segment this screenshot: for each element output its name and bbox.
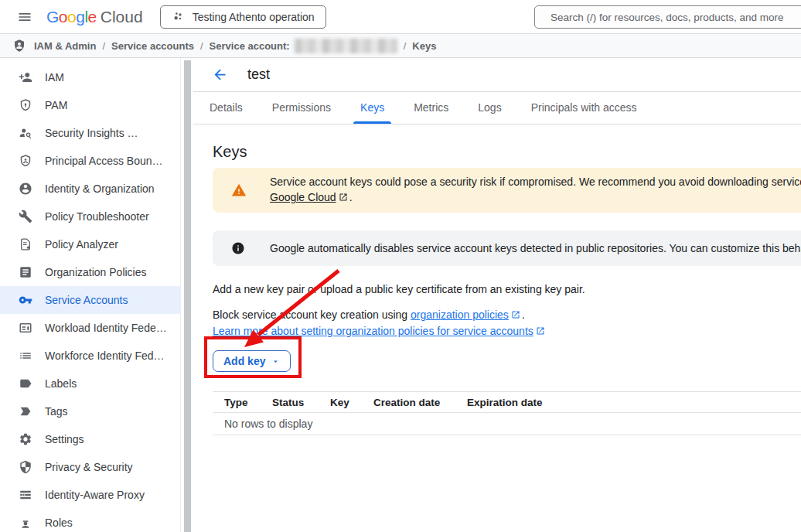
iam-admin-icon	[12, 39, 26, 53]
sidebar-item-policy-analyzer[interactable]: Policy Analyzer	[0, 230, 180, 258]
info-banner: Google automatically disables service ac…	[213, 230, 801, 266]
intro-text: Add a new key pair or upload a public ke…	[213, 281, 801, 297]
scrollbar-thumb[interactable]	[184, 60, 191, 532]
hamburger-icon	[17, 9, 32, 25]
google-cloud-link[interactable]: Google Cloud	[270, 191, 336, 203]
key-icon	[19, 293, 32, 307]
sidebar-item-label: PAM	[45, 99, 67, 111]
shield-half-icon	[19, 460, 32, 474]
label-icon	[19, 377, 32, 390]
keys-content: Keys Service account keys could pose a s…	[193, 124, 801, 435]
column-header-expiration-date: Expiration date	[467, 397, 543, 408]
project-name: Testing Athento operation	[193, 11, 315, 23]
sidebar-item-security-insights[interactable]: Security Insights …	[0, 119, 180, 147]
main-panel: test Details Permissions Keys Metrics Lo…	[193, 58, 801, 532]
logo-cloud-text: Cloud	[101, 8, 143, 26]
learn-more-line: Learn more about setting organization po…	[213, 323, 801, 339]
tab-bar: Details Permissions Keys Metrics Logs Pr…	[193, 92, 801, 124]
sidebar-item-label: Security Insights …	[45, 127, 138, 139]
warning-banner: Service account keys could pose a securi…	[213, 168, 801, 213]
sidebar-item-principal-access-boundary[interactable]: Principal Access Boun…	[0, 147, 180, 175]
sidebar-item-service-accounts[interactable]: Service Accounts	[0, 286, 180, 314]
back-button[interactable]	[210, 66, 229, 84]
sidebar-item-policy-troubleshooter[interactable]: Policy Troubleshooter	[0, 203, 180, 230]
sidebar-item-settings[interactable]: Settings	[0, 425, 180, 453]
table-empty-row: No rows to display	[213, 413, 801, 435]
sidebar-item-label: Roles	[45, 517, 73, 529]
logo-letter: g	[76, 8, 84, 26]
add-key-button[interactable]: Add key	[213, 350, 291, 372]
project-icon	[172, 10, 185, 23]
document-lines-icon	[19, 265, 32, 279]
column-header-status: Status	[272, 397, 330, 408]
info-icon	[231, 241, 245, 255]
sidebar-item-roles[interactable]: Roles	[0, 509, 180, 532]
learn-more-link[interactable]: Learn more about setting organization po…	[213, 325, 533, 337]
sidebar-item-workload-identity-federation[interactable]: Workload Identity Fede…	[0, 314, 180, 342]
sidebar-item-label: Workload Identity Fede…	[45, 322, 167, 334]
sidebar: IAM PAM Security Insights … Principal Ac…	[0, 58, 180, 532]
back-arrow-icon	[212, 66, 228, 83]
sidebar-item-workforce-identity-federation[interactable]: Workforce Identity Fed…	[0, 342, 180, 370]
breadcrumb-keys: Keys	[412, 40, 436, 52]
menu-button[interactable]	[9, 2, 40, 32]
person-search-icon	[19, 126, 32, 140]
tab-keys[interactable]: Keys	[346, 92, 399, 124]
google-cloud-logo[interactable]: Google Cloud	[46, 8, 143, 26]
breadcrumb-separator: /	[102, 40, 105, 52]
sidebar-item-identity-organization[interactable]: Identity & Organization	[0, 175, 180, 203]
sidebar-item-label: Organization Policies	[45, 266, 147, 278]
table-header-row: Type Status Key Creation date Expiration…	[213, 391, 801, 413]
block-text: Block service account key creation using	[213, 309, 411, 321]
search-bar	[534, 5, 801, 29]
breadcrumb-service-accounts[interactable]: Service accounts	[111, 40, 194, 52]
sidebar-item-pam[interactable]: PAM	[0, 91, 180, 119]
sidebar-item-organization-policies[interactable]: Organization Policies	[0, 258, 180, 286]
logo-letter: o	[67, 8, 76, 26]
logo-letter: G	[46, 8, 59, 26]
sidebar-scrollbar	[180, 58, 193, 532]
sidebar-item-label: Tags	[45, 405, 68, 418]
warning-suffix: .	[349, 191, 353, 203]
tab-details[interactable]: Details	[195, 92, 257, 124]
account-circle-icon	[19, 182, 32, 196]
sidebar-item-label: Identity-Aware Proxy	[45, 489, 145, 501]
warning-icon	[231, 182, 247, 198]
document-gear-icon	[19, 237, 32, 251]
tab-logs[interactable]: Logs	[463, 92, 516, 124]
project-selector[interactable]: Testing Athento operation	[160, 5, 326, 29]
sidebar-item-label: Workforce Identity Fed…	[45, 350, 165, 362]
breadcrumb-iam-admin[interactable]: IAM & Admin	[34, 40, 96, 52]
sidebar-item-label: Settings	[45, 433, 84, 445]
sidebar-item-label: IAM	[45, 71, 64, 84]
warning-text: Service account keys could pose a securi…	[270, 174, 801, 189]
tab-principals-with-access[interactable]: Principals with access	[516, 92, 652, 124]
external-link-icon	[511, 308, 520, 323]
keys-table: Type Status Key Creation date Expiration…	[213, 391, 801, 435]
column-header-creation-date: Creation date	[373, 397, 467, 408]
logo-letter: o	[59, 8, 67, 26]
sidebar-item-labels[interactable]: Labels	[0, 370, 180, 397]
tab-permissions[interactable]: Permissions	[257, 92, 346, 124]
column-header-key: Key	[330, 397, 373, 408]
person-hat-icon	[19, 516, 32, 530]
tag-icon	[19, 404, 32, 418]
sidebar-item-label: Principal Access Boun…	[45, 155, 163, 167]
breadcrumb-service-account-label: Service account:	[210, 40, 290, 52]
breadcrumb-separator: /	[200, 40, 203, 52]
search-input[interactable]	[534, 5, 801, 29]
shield-person-icon	[19, 154, 32, 168]
organization-policies-link[interactable]: organization policies	[411, 309, 509, 321]
sidebar-item-tags[interactable]: Tags	[0, 397, 180, 425]
id-card-icon	[19, 321, 32, 335]
tab-metrics[interactable]: Metrics	[399, 92, 463, 124]
external-link-icon	[536, 324, 545, 339]
sidebar-item-privacy-security[interactable]: Privacy & Security	[0, 453, 180, 481]
block-key-creation-line: Block service account key creation using…	[213, 307, 801, 323]
redacted-account-name	[295, 39, 397, 53]
sidebar-item-label: Labels	[45, 377, 77, 390]
rows-icon	[19, 488, 32, 502]
sidebar-item-iam[interactable]: IAM	[0, 63, 180, 91]
sidebar-item-identity-aware-proxy[interactable]: Identity-Aware Proxy	[0, 481, 180, 509]
empty-table-text: No rows to display	[224, 418, 312, 430]
